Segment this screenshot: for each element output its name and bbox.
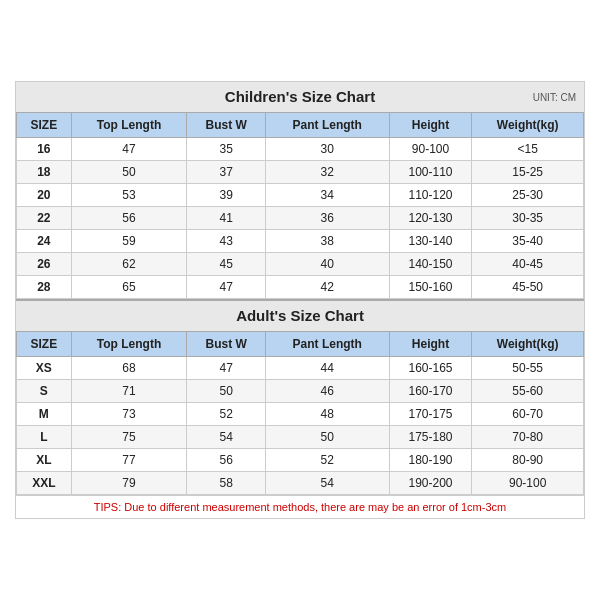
table-cell: XS	[17, 357, 72, 380]
adults-col-top-length: Top Length	[71, 332, 187, 357]
table-cell: 46	[265, 380, 389, 403]
table-row: XL775652180-19080-90	[17, 449, 584, 472]
table-row: 26624540140-15040-45	[17, 253, 584, 276]
table-cell: 41	[187, 207, 265, 230]
children-col-pant-length: Pant Length	[265, 113, 389, 138]
table-cell: XL	[17, 449, 72, 472]
table-cell: 52	[265, 449, 389, 472]
table-cell: <15	[472, 138, 584, 161]
adults-title-row: Adult's Size Chart	[16, 301, 584, 331]
table-row: M735248170-17560-70	[17, 403, 584, 426]
table-cell: 16	[17, 138, 72, 161]
table-cell: 77	[71, 449, 187, 472]
table-cell: 50	[71, 161, 187, 184]
children-col-height: Height	[389, 113, 472, 138]
table-cell: S	[17, 380, 72, 403]
children-header-row: SIZE Top Length Bust W Pant Length Heigh…	[17, 113, 584, 138]
table-cell: 42	[265, 276, 389, 299]
table-cell: 71	[71, 380, 187, 403]
table-cell: 47	[187, 276, 265, 299]
table-cell: 110-120	[389, 184, 472, 207]
table-cell: 45	[187, 253, 265, 276]
table-cell: 35-40	[472, 230, 584, 253]
children-title-row: Children's Size Chart UNIT: CM	[16, 82, 584, 112]
table-cell: 50	[187, 380, 265, 403]
table-cell: 58	[187, 472, 265, 495]
table-cell: 130-140	[389, 230, 472, 253]
adults-section: Adult's Size Chart SIZE Top Length Bust …	[16, 299, 584, 495]
table-cell: 43	[187, 230, 265, 253]
tips-text: TIPS: Due to different measurement metho…	[94, 501, 506, 513]
table-cell: 100-110	[389, 161, 472, 184]
unit-label: UNIT: CM	[533, 92, 576, 103]
table-cell: 20	[17, 184, 72, 207]
table-cell: 54	[187, 426, 265, 449]
table-cell: 47	[71, 138, 187, 161]
table-row: 1647353090-100<15	[17, 138, 584, 161]
table-row: XS684744160-16550-55	[17, 357, 584, 380]
table-cell: 25-30	[472, 184, 584, 207]
table-cell: 50	[265, 426, 389, 449]
children-table: SIZE Top Length Bust W Pant Length Heigh…	[16, 112, 584, 299]
table-cell: 170-175	[389, 403, 472, 426]
table-row: 20533934110-12025-30	[17, 184, 584, 207]
table-cell: 53	[71, 184, 187, 207]
table-cell: 70-80	[472, 426, 584, 449]
children-col-size: SIZE	[17, 113, 72, 138]
table-cell: 34	[265, 184, 389, 207]
table-row: L755450175-18070-80	[17, 426, 584, 449]
adults-header-row: SIZE Top Length Bust W Pant Length Heigh…	[17, 332, 584, 357]
table-cell: 28	[17, 276, 72, 299]
table-cell: 37	[187, 161, 265, 184]
table-cell: 160-170	[389, 380, 472, 403]
table-cell: M	[17, 403, 72, 426]
table-cell: 79	[71, 472, 187, 495]
table-cell: 36	[265, 207, 389, 230]
table-cell: 39	[187, 184, 265, 207]
table-cell: 62	[71, 253, 187, 276]
table-cell: 90-100	[389, 138, 472, 161]
table-cell: 47	[187, 357, 265, 380]
adults-chart-title: Adult's Size Chart	[236, 307, 364, 324]
table-cell: 30-35	[472, 207, 584, 230]
table-cell: L	[17, 426, 72, 449]
children-col-top-length: Top Length	[71, 113, 187, 138]
table-cell: 50-55	[472, 357, 584, 380]
table-cell: 65	[71, 276, 187, 299]
tips-row: TIPS: Due to different measurement metho…	[16, 495, 584, 518]
table-cell: 56	[187, 449, 265, 472]
table-cell: 73	[71, 403, 187, 426]
table-cell: 30	[265, 138, 389, 161]
table-cell: 75	[71, 426, 187, 449]
table-cell: 40	[265, 253, 389, 276]
table-cell: 54	[265, 472, 389, 495]
adults-table: SIZE Top Length Bust W Pant Length Heigh…	[16, 331, 584, 495]
table-cell: 140-150	[389, 253, 472, 276]
table-row: S715046160-17055-60	[17, 380, 584, 403]
table-cell: 26	[17, 253, 72, 276]
table-row: 28654742150-16045-50	[17, 276, 584, 299]
table-cell: 60-70	[472, 403, 584, 426]
table-cell: XXL	[17, 472, 72, 495]
adults-col-bust-w: Bust W	[187, 332, 265, 357]
table-cell: 55-60	[472, 380, 584, 403]
table-cell: 48	[265, 403, 389, 426]
children-chart-title: Children's Size Chart	[225, 88, 375, 105]
table-cell: 18	[17, 161, 72, 184]
table-row: 24594338130-14035-40	[17, 230, 584, 253]
table-cell: 52	[187, 403, 265, 426]
table-cell: 175-180	[389, 426, 472, 449]
table-cell: 90-100	[472, 472, 584, 495]
size-chart-container: Children's Size Chart UNIT: CM SIZE Top …	[15, 81, 585, 519]
table-cell: 80-90	[472, 449, 584, 472]
children-col-bust-w: Bust W	[187, 113, 265, 138]
table-cell: 68	[71, 357, 187, 380]
table-row: XXL795854190-20090-100	[17, 472, 584, 495]
adults-col-pant-length: Pant Length	[265, 332, 389, 357]
adults-col-size: SIZE	[17, 332, 72, 357]
table-cell: 59	[71, 230, 187, 253]
table-cell: 40-45	[472, 253, 584, 276]
table-cell: 15-25	[472, 161, 584, 184]
table-cell: 24	[17, 230, 72, 253]
table-cell: 38	[265, 230, 389, 253]
